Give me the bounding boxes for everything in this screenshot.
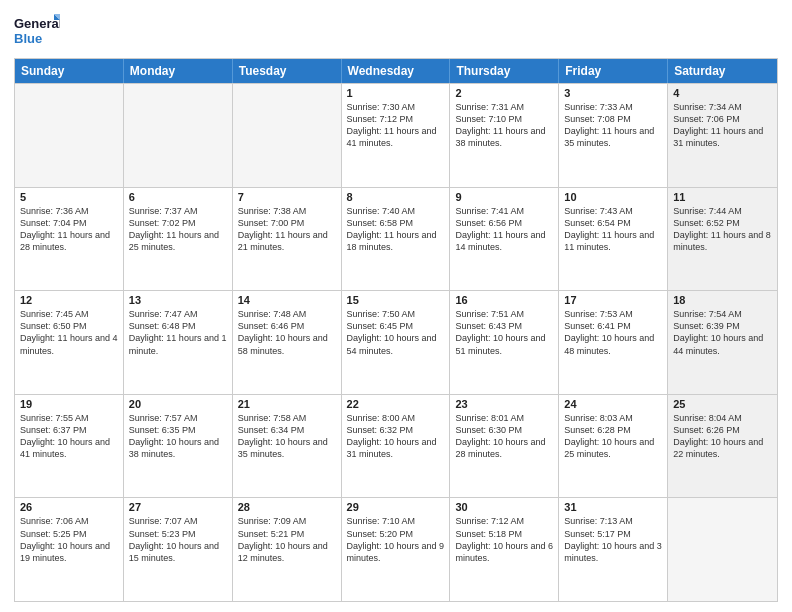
cell-content: Sunrise: 7:57 AMSunset: 6:35 PMDaylight:…	[129, 412, 227, 461]
calendar-cell: 12Sunrise: 7:45 AMSunset: 6:50 PMDayligh…	[15, 291, 124, 394]
cell-content: Sunrise: 7:48 AMSunset: 6:46 PMDaylight:…	[238, 308, 336, 357]
cell-content: Sunrise: 8:03 AMSunset: 6:28 PMDaylight:…	[564, 412, 662, 461]
header-cell-tuesday: Tuesday	[233, 59, 342, 83]
day-number: 18	[673, 294, 772, 306]
day-number: 21	[238, 398, 336, 410]
cell-content: Sunrise: 7:45 AMSunset: 6:50 PMDaylight:…	[20, 308, 118, 357]
calendar-cell: 28Sunrise: 7:09 AMSunset: 5:21 PMDayligh…	[233, 498, 342, 601]
calendar-cell: 2Sunrise: 7:31 AMSunset: 7:10 PMDaylight…	[450, 84, 559, 187]
cell-content: Sunrise: 7:37 AMSunset: 7:02 PMDaylight:…	[129, 205, 227, 254]
cell-content: Sunrise: 7:40 AMSunset: 6:58 PMDaylight:…	[347, 205, 445, 254]
day-number: 19	[20, 398, 118, 410]
calendar-cell	[668, 498, 777, 601]
calendar-header: SundayMondayTuesdayWednesdayThursdayFrid…	[15, 59, 777, 83]
svg-text:Blue: Blue	[14, 31, 42, 46]
cell-content: Sunrise: 7:44 AMSunset: 6:52 PMDaylight:…	[673, 205, 772, 254]
cell-content: Sunrise: 7:13 AMSunset: 5:17 PMDaylight:…	[564, 515, 662, 564]
calendar-cell: 20Sunrise: 7:57 AMSunset: 6:35 PMDayligh…	[124, 395, 233, 498]
calendar-cell: 24Sunrise: 8:03 AMSunset: 6:28 PMDayligh…	[559, 395, 668, 498]
day-number: 10	[564, 191, 662, 203]
calendar-cell: 30Sunrise: 7:12 AMSunset: 5:18 PMDayligh…	[450, 498, 559, 601]
calendar-cell: 23Sunrise: 8:01 AMSunset: 6:30 PMDayligh…	[450, 395, 559, 498]
day-number: 29	[347, 501, 445, 513]
calendar-cell: 25Sunrise: 8:04 AMSunset: 6:26 PMDayligh…	[668, 395, 777, 498]
calendar-cell: 3Sunrise: 7:33 AMSunset: 7:08 PMDaylight…	[559, 84, 668, 187]
calendar-row-5: 26Sunrise: 7:06 AMSunset: 5:25 PMDayligh…	[15, 497, 777, 601]
header-cell-wednesday: Wednesday	[342, 59, 451, 83]
day-number: 7	[238, 191, 336, 203]
cell-content: Sunrise: 7:55 AMSunset: 6:37 PMDaylight:…	[20, 412, 118, 461]
day-number: 17	[564, 294, 662, 306]
day-number: 20	[129, 398, 227, 410]
calendar: SundayMondayTuesdayWednesdayThursdayFrid…	[14, 58, 778, 602]
cell-content: Sunrise: 7:36 AMSunset: 7:04 PMDaylight:…	[20, 205, 118, 254]
cell-content: Sunrise: 7:34 AMSunset: 7:06 PMDaylight:…	[673, 101, 772, 150]
calendar-row-2: 5Sunrise: 7:36 AMSunset: 7:04 PMDaylight…	[15, 187, 777, 291]
day-number: 15	[347, 294, 445, 306]
cell-content: Sunrise: 7:10 AMSunset: 5:20 PMDaylight:…	[347, 515, 445, 564]
cell-content: Sunrise: 8:04 AMSunset: 6:26 PMDaylight:…	[673, 412, 772, 461]
calendar-cell: 21Sunrise: 7:58 AMSunset: 6:34 PMDayligh…	[233, 395, 342, 498]
calendar-cell: 18Sunrise: 7:54 AMSunset: 6:39 PMDayligh…	[668, 291, 777, 394]
logo: General Blue	[14, 10, 60, 52]
calendar-body: 1Sunrise: 7:30 AMSunset: 7:12 PMDaylight…	[15, 83, 777, 601]
calendar-cell: 16Sunrise: 7:51 AMSunset: 6:43 PMDayligh…	[450, 291, 559, 394]
calendar-cell: 19Sunrise: 7:55 AMSunset: 6:37 PMDayligh…	[15, 395, 124, 498]
calendar-row-3: 12Sunrise: 7:45 AMSunset: 6:50 PMDayligh…	[15, 290, 777, 394]
calendar-cell: 17Sunrise: 7:53 AMSunset: 6:41 PMDayligh…	[559, 291, 668, 394]
day-number: 25	[673, 398, 772, 410]
day-number: 14	[238, 294, 336, 306]
calendar-row-4: 19Sunrise: 7:55 AMSunset: 6:37 PMDayligh…	[15, 394, 777, 498]
day-number: 1	[347, 87, 445, 99]
cell-content: Sunrise: 8:01 AMSunset: 6:30 PMDaylight:…	[455, 412, 553, 461]
day-number: 12	[20, 294, 118, 306]
day-number: 5	[20, 191, 118, 203]
day-number: 28	[238, 501, 336, 513]
cell-content: Sunrise: 7:06 AMSunset: 5:25 PMDaylight:…	[20, 515, 118, 564]
cell-content: Sunrise: 7:30 AMSunset: 7:12 PMDaylight:…	[347, 101, 445, 150]
calendar-cell: 11Sunrise: 7:44 AMSunset: 6:52 PMDayligh…	[668, 188, 777, 291]
calendar-cell: 1Sunrise: 7:30 AMSunset: 7:12 PMDaylight…	[342, 84, 451, 187]
cell-content: Sunrise: 7:33 AMSunset: 7:08 PMDaylight:…	[564, 101, 662, 150]
header-cell-sunday: Sunday	[15, 59, 124, 83]
calendar-cell: 26Sunrise: 7:06 AMSunset: 5:25 PMDayligh…	[15, 498, 124, 601]
day-number: 11	[673, 191, 772, 203]
calendar-cell: 10Sunrise: 7:43 AMSunset: 6:54 PMDayligh…	[559, 188, 668, 291]
cell-content: Sunrise: 7:12 AMSunset: 5:18 PMDaylight:…	[455, 515, 553, 564]
cell-content: Sunrise: 7:51 AMSunset: 6:43 PMDaylight:…	[455, 308, 553, 357]
day-number: 16	[455, 294, 553, 306]
calendar-cell: 5Sunrise: 7:36 AMSunset: 7:04 PMDaylight…	[15, 188, 124, 291]
calendar-cell: 31Sunrise: 7:13 AMSunset: 5:17 PMDayligh…	[559, 498, 668, 601]
cell-content: Sunrise: 7:41 AMSunset: 6:56 PMDaylight:…	[455, 205, 553, 254]
calendar-cell	[15, 84, 124, 187]
cell-content: Sunrise: 7:53 AMSunset: 6:41 PMDaylight:…	[564, 308, 662, 357]
page: General Blue SundayMondayTuesdayWednesda…	[0, 0, 792, 612]
cell-content: Sunrise: 7:47 AMSunset: 6:48 PMDaylight:…	[129, 308, 227, 357]
header-cell-saturday: Saturday	[668, 59, 777, 83]
calendar-cell	[124, 84, 233, 187]
calendar-row-1: 1Sunrise: 7:30 AMSunset: 7:12 PMDaylight…	[15, 83, 777, 187]
day-number: 13	[129, 294, 227, 306]
header-cell-friday: Friday	[559, 59, 668, 83]
calendar-cell: 6Sunrise: 7:37 AMSunset: 7:02 PMDaylight…	[124, 188, 233, 291]
calendar-cell: 13Sunrise: 7:47 AMSunset: 6:48 PMDayligh…	[124, 291, 233, 394]
calendar-cell: 15Sunrise: 7:50 AMSunset: 6:45 PMDayligh…	[342, 291, 451, 394]
cell-content: Sunrise: 7:50 AMSunset: 6:45 PMDaylight:…	[347, 308, 445, 357]
svg-text:General: General	[14, 16, 60, 31]
cell-content: Sunrise: 7:38 AMSunset: 7:00 PMDaylight:…	[238, 205, 336, 254]
header-cell-monday: Monday	[124, 59, 233, 83]
header-cell-thursday: Thursday	[450, 59, 559, 83]
calendar-cell: 29Sunrise: 7:10 AMSunset: 5:20 PMDayligh…	[342, 498, 451, 601]
logo-svg: General Blue	[14, 10, 60, 52]
header: General Blue	[14, 10, 778, 52]
day-number: 24	[564, 398, 662, 410]
day-number: 26	[20, 501, 118, 513]
cell-content: Sunrise: 7:58 AMSunset: 6:34 PMDaylight:…	[238, 412, 336, 461]
cell-content: Sunrise: 7:43 AMSunset: 6:54 PMDaylight:…	[564, 205, 662, 254]
day-number: 9	[455, 191, 553, 203]
calendar-cell: 14Sunrise: 7:48 AMSunset: 6:46 PMDayligh…	[233, 291, 342, 394]
day-number: 4	[673, 87, 772, 99]
calendar-cell: 27Sunrise: 7:07 AMSunset: 5:23 PMDayligh…	[124, 498, 233, 601]
calendar-cell: 7Sunrise: 7:38 AMSunset: 7:00 PMDaylight…	[233, 188, 342, 291]
day-number: 27	[129, 501, 227, 513]
